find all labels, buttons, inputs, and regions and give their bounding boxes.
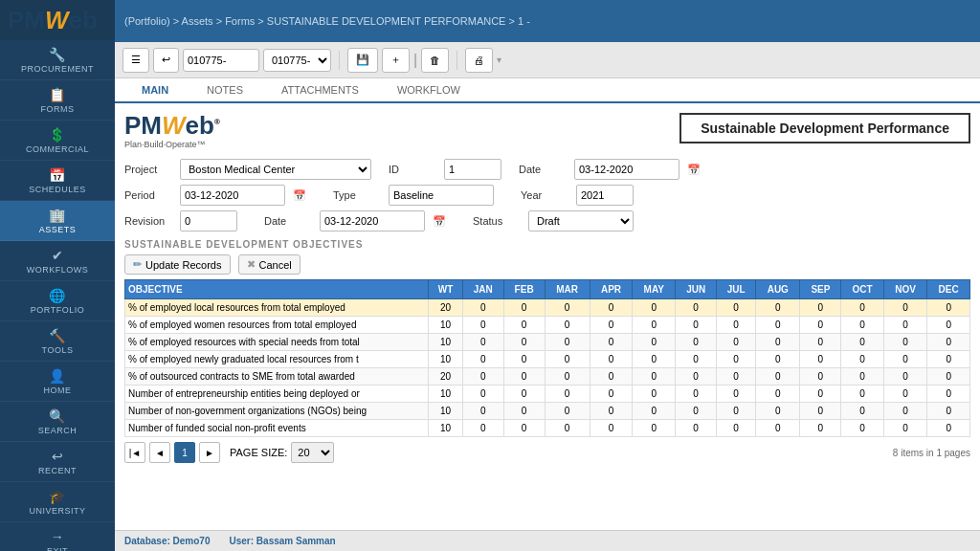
cell-sep[interactable]: 0 [800,299,841,317]
cell-dec[interactable]: 0 [927,299,970,317]
type-input[interactable] [389,185,494,206]
form-logo: PMWeb® Plan·Build·Operate™ [124,113,220,149]
calendar-icon-period[interactable]: 📅 [293,189,306,202]
id-input[interactable] [444,159,501,180]
portfolio-icon: 🌐 [49,288,66,303]
cell-apr: 0 [590,334,633,351]
page-size-select[interactable]: 20 50 100 [291,442,334,463]
cell-may[interactable]: 0 [633,299,676,317]
cell-oct: 0 [841,420,884,437]
recent-icon: ↩ [52,449,64,464]
cell-jun: 0 [676,351,717,368]
form-header: PMWeb® Plan·Build·Operate™ Sustainable D… [124,113,970,149]
cell-oct: 0 [841,368,884,386]
date-input-1[interactable] [574,159,679,180]
sidebar-item-university[interactable]: 🎓 University [0,482,115,522]
sidebar-item-exit[interactable]: → Exit [0,522,115,551]
cell-aug: 0 [756,403,800,420]
table-row: % of employed newly graduated local reso… [125,351,970,368]
save-button[interactable]: 💾 [347,48,378,73]
add-button[interactable]: ＋ [382,48,410,73]
tab-workflow[interactable]: WORKFLOW [378,78,479,103]
cell-may: 0 [633,386,676,403]
calendar-icon-1[interactable]: 📅 [687,164,701,176]
prev-page-button[interactable]: ◄ [149,442,170,463]
cell-jul[interactable]: 0 [717,299,756,317]
cell-feb[interactable]: 0 [503,299,545,317]
breadcrumb: (Portfolio) > Assets > Forms > SUSTAINAB… [124,15,530,27]
tab-attachments[interactable]: ATTACHMENTS [262,78,378,103]
cell-oct: 0 [841,403,884,420]
sidebar-item-search[interactable]: 🔍 Search [0,402,115,442]
col-objective: OBJECTIVE [125,280,429,299]
sidebar-item-procurement[interactable]: 🔧 Procurement [0,40,115,80]
sidebar-item-portfolio[interactable]: 🌐 Portfolio [0,281,115,321]
current-page-button[interactable]: 1 [174,442,195,463]
section-header: SUSTAINABLE DEVELOPMENT OBJECTIVES [124,239,970,250]
update-records-button[interactable]: ✏ Update Records [124,254,231,275]
sidebar-item-home[interactable]: 👤 Home [0,362,115,402]
cell-apr: 0 [590,351,633,368]
delete-button[interactable]: 🗑 [421,48,449,73]
cell-sep: 0 [800,386,841,403]
cell-sep: 0 [800,403,841,420]
cell-nov: 0 [883,386,926,403]
revision-input[interactable] [180,210,237,231]
cell-apr: 0 [590,317,633,334]
search-icon: 🔍 [49,408,66,424]
cell-jun[interactable]: 0 [676,299,717,317]
record-id-input[interactable] [183,49,259,72]
sidebar-item-assets[interactable]: 🏢 Assets [0,201,115,241]
list-view-button[interactable]: ☰ [122,48,149,73]
cell-wt: 10 [429,420,463,437]
first-page-button[interactable]: |◄ [124,442,145,463]
sidebar-item-workflows[interactable]: ✔ Workflows [0,241,115,281]
status-dropdown[interactable]: Draft [528,210,634,231]
table-actions: ✏ Update Records ✖ Cancel [124,254,970,275]
status-label: Status [473,215,521,227]
print-dropdown[interactable]: ▾ [497,55,501,65]
cell-apr: 0 [590,403,633,420]
year-input[interactable] [576,185,634,206]
sidebar-item-commercial[interactable]: 💲 Commercial [0,121,115,161]
cell-mar: 0 [545,403,590,420]
cell-aug[interactable]: 0 [756,299,800,317]
sidebar-item-schedules[interactable]: 📅 Schedules [0,161,115,201]
cell-jan[interactable]: 0 [462,299,503,317]
cell-oct: 0 [841,351,884,368]
exit-icon: → [51,529,65,544]
schedules-icon: 📅 [49,167,66,183]
next-page-button[interactable]: ► [199,442,220,463]
calendar-icon-2[interactable]: 📅 [433,215,446,228]
cell-apr: 0 [590,386,633,403]
cell-nov[interactable]: 0 [883,299,926,317]
database-value: Demo70 [173,536,211,546]
cell-objective: % of employed local resources from total… [125,299,429,317]
table-row: % of employed local resources from total… [125,299,970,317]
print-button[interactable]: 🖨 [465,48,493,73]
cell-mar: 0 [545,386,590,403]
col-sep: SEP [800,280,841,299]
sidebar-item-forms[interactable]: 📋 Forms [0,80,115,121]
cell-objective: % of employed newly graduated local reso… [125,351,429,368]
sidebar-item-recent[interactable]: ↩ Recent [0,442,115,482]
cell-mar[interactable]: 0 [545,299,590,317]
tab-notes[interactable]: NOTES [188,78,262,103]
project-dropdown[interactable]: Boston Medical Center [180,159,371,180]
field-row-1: Project Boston Medical Center ID Date 📅 [124,159,970,180]
record-dropdown[interactable]: 010775- [263,49,331,72]
col-may: MAY [633,280,676,299]
cancel-button[interactable]: ✖ Cancel [238,254,301,275]
cell-jan: 0 [462,351,503,368]
date-label-2: Date [264,215,312,227]
tab-main[interactable]: MAIN [122,78,188,103]
cell-jun: 0 [676,420,717,437]
cell-oct[interactable]: 0 [841,299,884,317]
update-icon: ✏ [133,258,142,271]
history-button[interactable]: ↩ [153,48,179,73]
sidebar-item-tools[interactable]: 🔨 Tools [0,321,115,362]
cell-apr[interactable]: 0 [590,299,633,317]
cell-objective: Number of entrepreneurship entities bein… [125,386,429,403]
date-input-2[interactable] [320,210,425,231]
period-input[interactable] [180,185,285,206]
